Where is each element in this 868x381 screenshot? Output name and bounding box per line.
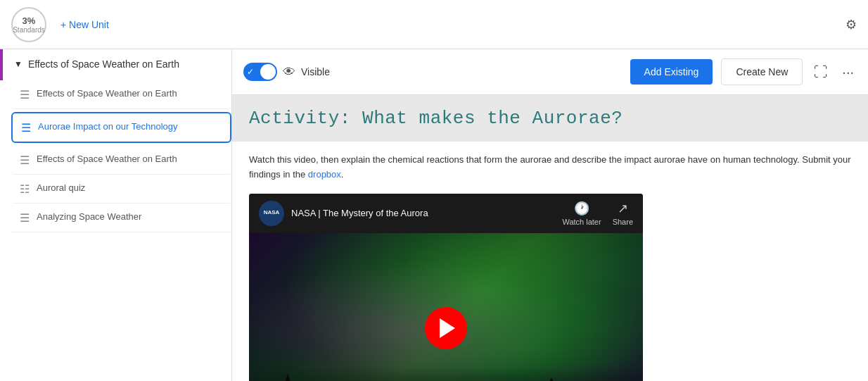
more-options-icon[interactable]: ··· (839, 61, 857, 83)
sidebar: ▼ Effects of Space Weather on Earth ☰ Ef… (0, 49, 232, 381)
watch-later-label: Watch later (562, 218, 601, 226)
toggle-check-icon: ✓ (247, 67, 254, 77)
quiz-icon: ☷ (20, 182, 30, 196)
clock-icon: 🕐 (562, 201, 601, 216)
parent-item-title: Effects of Space Weather on Earth (28, 58, 179, 72)
new-unit-button[interactable]: + New Unit (60, 19, 109, 30)
create-new-button[interactable]: Create New (721, 58, 803, 85)
sidebar-item-effects-1[interactable]: ☰ Effects of Space Weather on Earth (11, 80, 231, 109)
sidebar-item-aurorae[interactable]: ☰ Aurorae Impact on our Technology (11, 112, 231, 143)
video-title: NASA | The Mystery of the Aurora (291, 208, 555, 218)
dropbox-link[interactable]: dropbox (308, 169, 341, 180)
document-icon: ☰ (20, 88, 30, 101)
visibility-toggle-container: ✓ 👁 Visible (243, 63, 330, 81)
nasa-logo: NASA (259, 201, 284, 226)
trees-svg (249, 360, 643, 381)
svg-marker-1 (270, 374, 305, 381)
toggle-knob (260, 64, 276, 80)
activity-description: Watch this video, then explain the chemi… (249, 153, 851, 182)
content-toolbar: ✓ 👁 Visible Add Existing Create New ⛶ ··… (232, 49, 868, 95)
share-button[interactable]: ↗ Share (613, 201, 633, 226)
activity-title: Activity: What makes the Aurorae? (249, 108, 851, 129)
sidebar-item-analyzing[interactable]: ☰ Analyzing Space Weather (11, 204, 231, 232)
svg-marker-5 (530, 377, 573, 381)
share-label: Share (613, 218, 633, 226)
collapse-arrow-icon: ▼ (14, 59, 23, 69)
activity-header: Activity: What makes the Aurorae? (232, 95, 868, 142)
visibility-toggle[interactable]: ✓ (243, 63, 277, 81)
video-actions: 🕐 Watch later ↗ Share (562, 201, 633, 226)
play-triangle-icon (440, 318, 455, 338)
child-title-4: Auroral quiz (37, 182, 85, 194)
content-area: ✓ 👁 Visible Add Existing Create New ⛶ ··… (232, 49, 868, 381)
child-title-1: Effects of Space Weather on Earth (37, 87, 177, 100)
sidebar-children: ☰ Effects of Space Weather on Earth ☰ Au… (0, 80, 231, 232)
child-title-3: Effects of Space Weather on Earth (37, 153, 177, 165)
nasa-text: NASA (264, 210, 280, 216)
gear-icon[interactable]: ⚙ (845, 17, 857, 32)
child-title-5: Analyzing Space Weather (37, 211, 141, 223)
sidebar-item-quiz[interactable]: ☷ Auroral quiz (11, 175, 231, 204)
standards-percent: 3% (23, 15, 36, 26)
standards-circle[interactable]: 3% Standards (11, 7, 46, 42)
video-thumbnail[interactable] (249, 233, 643, 381)
standards-label: Standards (13, 26, 45, 34)
document-icon-3: ☰ (20, 211, 30, 225)
sidebar-parent-item[interactable]: ▼ Effects of Space Weather on Earth (0, 49, 231, 80)
eye-icon: 👁 (283, 65, 295, 80)
share-icon: ↗ (613, 201, 633, 216)
activity-content: Watch this video, then explain the chemi… (232, 142, 868, 381)
sidebar-item-effects-2[interactable]: ☰ Effects of Space Weather on Earth (11, 146, 231, 175)
play-button[interactable] (425, 307, 467, 349)
video-header: NASA NASA | The Mystery of the Aurora 🕐 … (249, 194, 643, 233)
visible-label: Visible (301, 66, 330, 77)
child-title-2: Aurorae Impact on our Technology (38, 120, 178, 133)
document-icon-2: ☰ (20, 154, 30, 167)
main-layout: ▼ Effects of Space Weather on Earth ☰ Ef… (0, 49, 868, 381)
video-container: NASA NASA | The Mystery of the Aurora 🕐 … (249, 194, 643, 381)
watch-later-button[interactable]: 🕐 Watch later (562, 201, 601, 226)
new-unit-label: + New Unit (60, 19, 109, 30)
add-existing-button[interactable]: Add Existing (630, 59, 713, 85)
document-icon-active: ☰ (21, 121, 31, 135)
content-body: Activity: What makes the Aurorae? Watch … (232, 95, 868, 381)
top-toolbar: 3% Standards + New Unit ⚙ (0, 0, 868, 49)
fullscreen-icon[interactable]: ⛶ (811, 61, 831, 83)
